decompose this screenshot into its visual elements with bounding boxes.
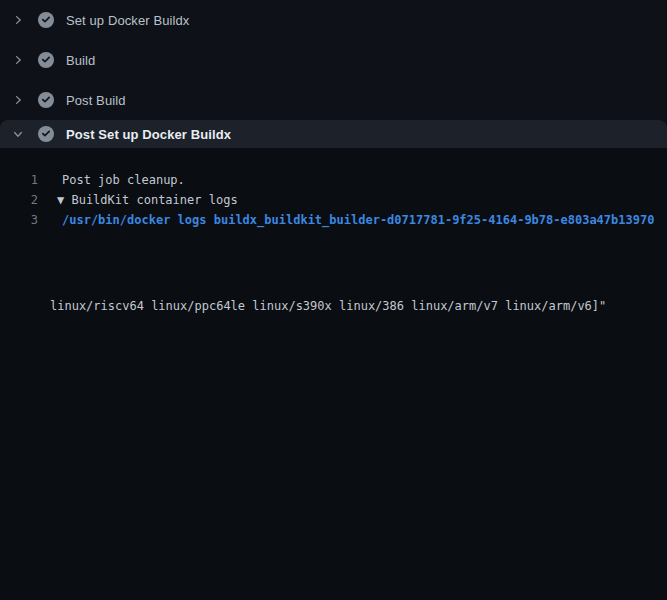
step-row-set-up-docker-buildx[interactable]: Set up Docker Buildx [0,0,667,40]
log-command-text: /usr/bin/docker logs buildx_buildkit_bui… [38,210,654,230]
log-line: 15time="2021-04-23T18:02:38Z" level=debu… [0,492,667,514]
log-line: 16time="2021-04-23T18:02:38Z" level=debu… [0,514,667,536]
log-line-text: Post job cleanup. [38,170,185,190]
step-label: Post Build [66,93,126,108]
log-line: 9time="2021-04-23T18:02:37Z" level=warni… [0,360,667,382]
log-line: 4time="2021-04-23T18:02:37Z" level=info … [0,230,667,252]
step-label: Set up Docker Buildx [66,13,189,28]
log-line: 14time="2021-04-23T18:02:38Z" level=debu… [0,470,667,492]
log-line: 12time="2021-04-23T18:02:38Z" level=debu… [0,426,667,448]
step-label: Post Set up Docker Buildx [66,127,231,142]
log-line: 3/usr/bin/docker logs buildx_buildkit_bu… [0,210,667,230]
log-line: 1Post job cleanup. [0,170,667,190]
log-line-number[interactable]: 1 [0,170,38,190]
chevron-right-icon[interactable] [10,92,26,108]
log-line-number[interactable]: 3 [0,210,38,230]
workflow-log-viewer: Set up Docker Buildx Build Post Build [0,0,667,600]
check-circle-icon [38,126,54,142]
log-line: 11time="2021-04-23T18:02:38Z" level=debu… [0,404,667,426]
log-line: 19time="2021-04-23T18:02:38Z" level=debu… [0,580,667,600]
log-line: 18time="2021-04-23T18:02:38Z" level=debu… [0,558,667,580]
check-circle-icon [38,92,54,108]
log-output[interactable]: 1Post job cleanup.2▼ BuildKit container … [0,148,667,600]
log-line: 6time="2021-04-23T18:02:37Z" level=info … [0,274,667,296]
log-line: 7time="2021-04-23T18:02:37Z" level=warni… [0,316,667,338]
log-line-continuation: linux/riscv64 linux/ppc64le linux/s390x … [0,296,667,316]
step-row-post-build[interactable]: Post Build [0,80,667,120]
log-line-text[interactable]: ▼ BuildKit container logs [38,190,238,210]
log-line: 5time="2021-04-23T18:02:37Z" level=warni… [0,252,667,274]
step-row-post-set-up-docker-buildx[interactable]: Post Set up Docker Buildx [0,120,667,148]
log-line: 2▼ BuildKit container logs [0,190,667,210]
log-line: 10time="2021-04-23T18:02:37Z" level=info… [0,382,667,404]
chevron-right-icon[interactable] [10,12,26,28]
log-line-text: linux/riscv64 linux/ppc64le linux/s390x … [0,296,606,316]
log-line: 17time="2021-04-23T18:02:38Z" level=debu… [0,536,667,558]
step-row-build[interactable]: Build [0,40,667,80]
check-circle-icon [38,12,54,28]
chevron-down-icon[interactable] [10,126,26,142]
log-line: 13time="2021-04-23T18:02:38Z" level=debu… [0,448,667,470]
log-line: 8time="2021-04-23T18:02:37Z" level=info … [0,338,667,360]
step-label: Build [66,53,95,68]
steps-list: Set up Docker Buildx Build Post Build [0,0,667,120]
check-circle-icon [38,52,54,68]
chevron-right-icon[interactable] [10,52,26,68]
log-line-number[interactable]: 2 [0,190,38,210]
